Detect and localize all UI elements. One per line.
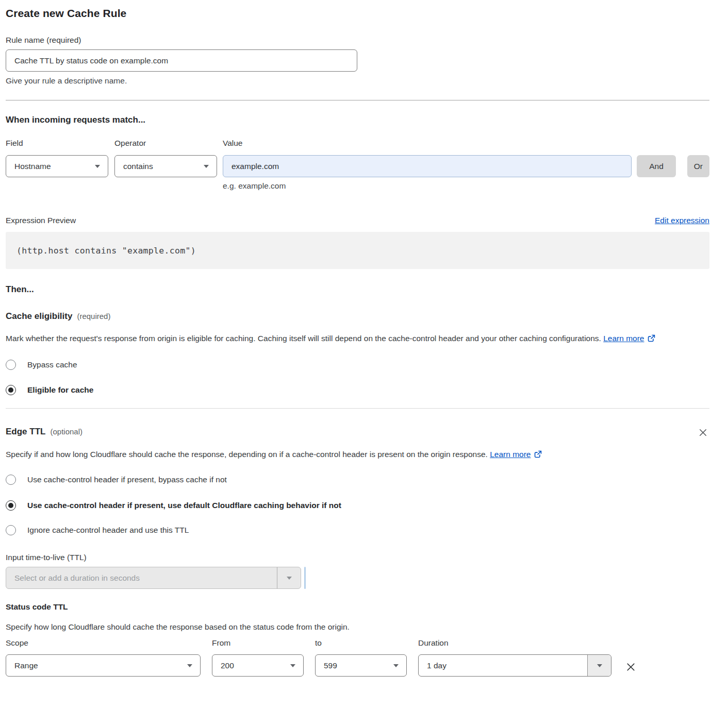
radio-circle-checked-icon[interactable] bbox=[6, 385, 16, 395]
value-input[interactable] bbox=[223, 155, 632, 177]
chevron-down-icon bbox=[95, 165, 100, 168]
edge-ttl-learn-more-link[interactable]: Learn more bbox=[490, 450, 542, 459]
radio-circle-icon[interactable] bbox=[6, 525, 16, 535]
remove-status-ttl-row-button[interactable] bbox=[624, 660, 638, 674]
chevron-down-icon bbox=[393, 664, 399, 667]
scope-select-value: Range bbox=[14, 661, 38, 670]
radio-label: Bypass cache bbox=[27, 360, 77, 369]
chevron-down-icon bbox=[187, 664, 192, 667]
expression-preview-label: Expression Preview bbox=[6, 215, 76, 225]
focus-indicator-bar bbox=[304, 567, 306, 589]
chevron-down-icon bbox=[597, 664, 602, 667]
external-link-icon bbox=[534, 449, 542, 463]
radio-circle-icon[interactable] bbox=[6, 360, 16, 370]
external-link-icon bbox=[647, 333, 656, 347]
optional-tag: (optional) bbox=[50, 427, 82, 436]
radio-use-header-default[interactable]: Use cache-control header if present, use… bbox=[6, 500, 709, 511]
match-heading: When incoming requests match... bbox=[6, 114, 709, 125]
radio-bypass-cache[interactable]: Bypass cache bbox=[6, 360, 709, 370]
section-divider bbox=[6, 408, 709, 409]
cache-eligibility-description-text: Mark whether the request's response from… bbox=[6, 334, 601, 343]
edge-ttl-description: Specify if and how long Cloudflare shoul… bbox=[6, 447, 699, 463]
page-title: Create new Cache Rule bbox=[6, 7, 709, 20]
ttl-duration-select[interactable]: Select or add a duration in seconds bbox=[6, 567, 301, 589]
from-select[interactable]: 200 bbox=[212, 654, 304, 677]
expression-code: (http.host contains "example.com") bbox=[16, 246, 196, 256]
field-select-value: Hostname bbox=[14, 162, 51, 171]
remove-icon bbox=[625, 661, 637, 673]
dropdown-arrow-button[interactable] bbox=[587, 655, 611, 676]
close-edge-ttl-button[interactable] bbox=[697, 426, 709, 439]
learn-more-label: Learn more bbox=[490, 450, 531, 459]
duration-label: Duration bbox=[418, 638, 611, 648]
radio-label: Eligible for cache bbox=[27, 385, 93, 395]
radio-eligible-for-cache[interactable]: Eligible for cache bbox=[6, 385, 709, 395]
status-code-ttl-heading: Status code TTL bbox=[6, 602, 709, 612]
cache-eligibility-description: Mark whether the request's response from… bbox=[6, 331, 699, 347]
field-select[interactable]: Hostname bbox=[6, 155, 108, 177]
scope-label: Scope bbox=[6, 638, 201, 648]
then-heading: Then... bbox=[6, 284, 709, 295]
required-tag: (required) bbox=[77, 312, 110, 320]
expression-code-block: (http.host contains "example.com") bbox=[6, 232, 709, 269]
status-code-ttl-description: Specify how long Cloudflare should cache… bbox=[6, 622, 709, 632]
cache-eligibility-heading: Cache eligibility bbox=[6, 311, 72, 321]
duration-select[interactable]: 1 day bbox=[418, 654, 611, 677]
chevron-down-icon bbox=[290, 664, 295, 667]
rule-name-help: Give your rule a descriptive name. bbox=[6, 76, 709, 86]
to-label: to bbox=[315, 638, 407, 648]
cache-eligibility-learn-more-link[interactable]: Learn more bbox=[603, 334, 656, 343]
ttl-duration-placeholder: Select or add a duration in seconds bbox=[6, 567, 277, 588]
section-divider bbox=[6, 100, 709, 100]
value-label: Value bbox=[223, 138, 632, 148]
edge-ttl-heading: Edge TTL bbox=[6, 427, 45, 436]
radio-ignore-header[interactable]: Ignore cache-control header and use this… bbox=[6, 525, 709, 535]
to-select-value: 599 bbox=[324, 661, 337, 670]
to-select[interactable]: 599 bbox=[315, 654, 407, 677]
rule-name-label: Rule name (required) bbox=[6, 35, 709, 45]
dropdown-arrow-button[interactable] bbox=[277, 567, 301, 588]
operator-label: Operator bbox=[114, 138, 217, 148]
ttl-input-label: Input time-to-live (TTL) bbox=[6, 552, 709, 562]
operator-select[interactable]: contains bbox=[114, 155, 217, 177]
close-icon bbox=[698, 427, 708, 438]
radio-circle-icon[interactable] bbox=[6, 475, 16, 485]
radio-label: Use cache-control header if present, byp… bbox=[27, 475, 227, 484]
operator-select-value: contains bbox=[123, 162, 153, 171]
chevron-down-icon bbox=[204, 165, 209, 168]
and-button[interactable]: And bbox=[637, 155, 676, 177]
radio-use-header-bypass[interactable]: Use cache-control header if present, byp… bbox=[6, 475, 709, 485]
learn-more-label: Learn more bbox=[603, 334, 644, 343]
create-cache-rule-form: Create new Cache Rule Rule name (require… bbox=[0, 0, 728, 677]
edge-ttl-description-text: Specify if and how long Cloudflare shoul… bbox=[6, 450, 488, 459]
radio-label: Use cache-control header if present, use… bbox=[27, 501, 341, 510]
status-code-ttl-row: Scope Range From 200 to 599 Duration 1 d… bbox=[6, 638, 709, 677]
from-select-value: 200 bbox=[221, 661, 234, 670]
radio-circle-checked-icon[interactable] bbox=[6, 500, 16, 511]
duration-select-value: 1 day bbox=[419, 655, 587, 676]
field-label: Field bbox=[6, 138, 108, 148]
scope-select[interactable]: Range bbox=[6, 654, 201, 677]
radio-label: Ignore cache-control header and use this… bbox=[27, 526, 189, 535]
rule-name-input[interactable] bbox=[6, 49, 357, 72]
value-help: e.g. example.com bbox=[223, 181, 632, 191]
edit-expression-link[interactable]: Edit expression bbox=[655, 216, 709, 225]
chevron-down-icon bbox=[287, 577, 292, 580]
from-label: From bbox=[212, 638, 304, 648]
match-builder-row: Field Hostname Operator contains Value e… bbox=[6, 138, 709, 191]
or-button[interactable]: Or bbox=[687, 155, 709, 177]
